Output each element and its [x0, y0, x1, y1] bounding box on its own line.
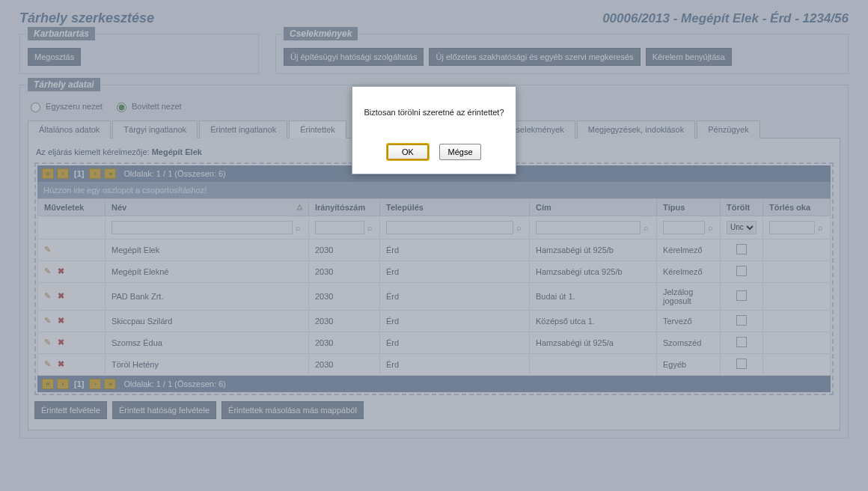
- dialog-ok-button[interactable]: OK: [387, 144, 429, 160]
- modal-overlay: Biztosan törölni szeretné az érintettet?…: [0, 0, 868, 460]
- dialog-message: Biztosan törölni szeretné az érintettet?: [363, 108, 505, 117]
- confirm-dialog: Biztosan törölni szeretné az érintettet?…: [352, 86, 516, 174]
- dialog-cancel-button[interactable]: Mégse: [439, 144, 481, 160]
